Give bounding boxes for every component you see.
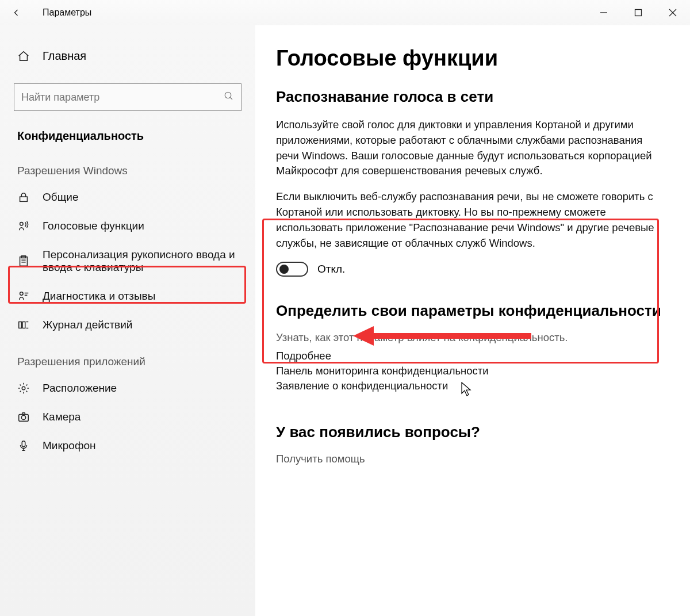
search-icon bbox=[224, 91, 234, 104]
link-privacy-dashboard[interactable]: Панель мониторинга конфиденциальности bbox=[276, 365, 665, 377]
svg-point-4 bbox=[225, 92, 231, 98]
titlebar: Параметры bbox=[0, 0, 690, 25]
feedback-icon bbox=[17, 290, 32, 303]
toggle-state-label: Откл. bbox=[317, 263, 345, 276]
maximize-icon bbox=[634, 9, 642, 17]
search-input[interactable] bbox=[21, 91, 224, 104]
sidebar-item-general[interactable]: Общие bbox=[0, 183, 255, 212]
sidebar-group-windows: Разрешения Windows bbox=[0, 148, 255, 183]
maximize-button[interactable] bbox=[621, 0, 656, 25]
svg-line-5 bbox=[230, 97, 232, 100]
sidebar-item-label: Расположение bbox=[43, 382, 117, 395]
clipboard-icon bbox=[17, 255, 32, 267]
sidebar-home[interactable]: Главная bbox=[0, 43, 255, 70]
sidebar-item-label: Микрофон bbox=[43, 439, 96, 452]
svg-rect-14 bbox=[22, 322, 25, 328]
link-learn-more[interactable]: Подробнее bbox=[276, 350, 665, 362]
microphone-icon bbox=[17, 439, 32, 452]
section-questions: У вас появились вопросы? bbox=[276, 423, 665, 441]
sidebar-item-speech[interactable]: Голосовые функции bbox=[0, 212, 255, 240]
speech-icon bbox=[17, 220, 32, 232]
sidebar: Главная Конфиденциальность Разрешения Wi… bbox=[0, 25, 255, 616]
arrow-left-icon bbox=[10, 7, 22, 18]
minimize-icon bbox=[600, 9, 608, 17]
sidebar-item-camera[interactable]: Камера bbox=[0, 403, 255, 431]
sidebar-item-label: Камера bbox=[43, 411, 80, 423]
svg-point-19 bbox=[21, 415, 25, 419]
link-privacy-statement[interactable]: Заявление о конфиденциальности bbox=[276, 380, 665, 392]
location-icon bbox=[17, 382, 32, 395]
activity-icon bbox=[17, 319, 32, 331]
link-get-help[interactable]: Получить помощь bbox=[276, 453, 665, 465]
main-content: Голосовые функции Распознавание голоса в… bbox=[255, 25, 690, 616]
home-icon bbox=[17, 50, 33, 63]
sidebar-home-label: Главная bbox=[43, 49, 86, 63]
search-box[interactable] bbox=[14, 83, 241, 111]
sidebar-item-inking[interactable]: Персонализация рукописного ввода и ввода… bbox=[0, 240, 255, 282]
svg-point-7 bbox=[20, 223, 24, 226]
lock-icon bbox=[17, 191, 32, 204]
sidebar-item-diagnostics[interactable]: Диагностика и отзывы bbox=[0, 282, 255, 311]
minimize-button[interactable] bbox=[586, 0, 621, 25]
sidebar-item-activity[interactable]: Журнал действий bbox=[0, 311, 255, 339]
svg-rect-6 bbox=[20, 197, 28, 201]
privacy-subtext: Узнать, как этот параметр влияет на конф… bbox=[276, 331, 665, 344]
sidebar-item-label: Журнал действий bbox=[43, 319, 132, 331]
app-title: Параметры bbox=[43, 7, 91, 18]
sidebar-item-location[interactable]: Расположение bbox=[0, 374, 255, 403]
back-button[interactable] bbox=[0, 0, 32, 25]
section-privacy-settings: Определить свои параметры конфиденциальн… bbox=[276, 302, 665, 320]
svg-rect-20 bbox=[22, 441, 25, 447]
speech-description-1: Используйте свой голос для диктовки и уп… bbox=[276, 117, 665, 179]
sidebar-group-apps: Разрешения приложений bbox=[0, 339, 255, 374]
camera-icon bbox=[17, 411, 32, 423]
sidebar-item-label: Голосовые функции bbox=[43, 220, 144, 232]
close-icon bbox=[669, 9, 677, 17]
close-button[interactable] bbox=[656, 0, 690, 25]
svg-rect-1 bbox=[635, 10, 642, 16]
sidebar-category: Конфиденциальность bbox=[0, 117, 255, 148]
svg-rect-13 bbox=[19, 322, 22, 328]
speech-toggle[interactable] bbox=[276, 262, 308, 277]
sidebar-item-label: Диагностика и отзывы bbox=[43, 290, 155, 303]
toggle-knob bbox=[279, 265, 289, 274]
sidebar-item-label: Общие bbox=[43, 191, 78, 204]
sidebar-item-label: Персонализация рукописного ввода и ввода… bbox=[43, 248, 238, 274]
speech-description-2: Если выключить веб-службу распознавания … bbox=[276, 189, 665, 251]
svg-point-12 bbox=[20, 292, 24, 296]
sidebar-item-microphone[interactable]: Микрофон bbox=[0, 431, 255, 460]
page-title: Голосовые функции bbox=[276, 46, 665, 71]
svg-point-17 bbox=[22, 387, 25, 390]
section-speech-recognition: Распознавание голоса в сети bbox=[276, 88, 665, 106]
